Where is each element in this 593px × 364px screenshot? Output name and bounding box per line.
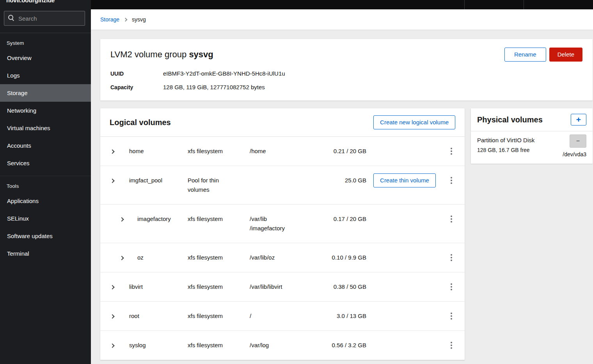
search-icon	[8, 15, 14, 21]
kebab-menu-icon[interactable]	[447, 147, 455, 156]
physical-volumes-title: Physical volumes	[477, 115, 543, 124]
physical-volume-row: Partition of VirtIO Disk 128 GB, 16.7 GB…	[471, 131, 593, 164]
expand-chevron-icon[interactable]	[119, 217, 124, 221]
topbar-divider	[524, 0, 524, 9]
breadcrumb-storage-link[interactable]: Storage	[100, 16, 119, 23]
sidebar-item-selinux[interactable]: SELinux	[0, 210, 91, 227]
lv-mount-point: ​/var​/lib​/libvirt	[250, 282, 300, 292]
top-bar	[91, 0, 593, 9]
lv-type: xfs filesystem	[188, 253, 250, 262]
lv-type: xfs filesystem	[188, 282, 250, 292]
logical-volumes-table: home xfs filesystem ​/home 0.21 / 20 GB …	[100, 137, 465, 360]
lv-name: home	[129, 147, 188, 156]
lv-type: xfs filesystem	[188, 214, 250, 224]
plus-icon: +	[576, 115, 581, 124]
sidebar-item-software-updates[interactable]: Software updates	[0, 227, 91, 245]
kebab-menu-icon[interactable]	[447, 282, 455, 292]
lv-usage: 0.21 / 20 GB	[300, 147, 366, 156]
expand-chevron-icon[interactable]	[110, 285, 114, 289]
delete-button[interactable]: Delete	[549, 48, 582, 62]
uuid-value: eIBMF3-Y2dT-omkE-GB8I-YNHD-5Hc8-iUlU1u	[163, 70, 285, 77]
sidebar: novii.oourginzide System Overview Logs S…	[0, 0, 91, 364]
physical-volumes-card: Physical volumes + Partition of VirtIO D…	[471, 108, 593, 164]
table-row[interactable]: syslog xfs filesystem ​/var​/log 0.56 / …	[100, 331, 465, 360]
lv-mount-point: ​/var​/lib​/imagefactory	[250, 214, 300, 233]
lv-name: syslog	[129, 341, 188, 350]
sidebar-item-overview[interactable]: Overview	[0, 49, 91, 67]
kebab-menu-icon[interactable]	[447, 214, 455, 224]
table-row[interactable]: imagefactory xfs filesystem ​/var​/lib​/…	[100, 205, 465, 243]
expand-chevron-icon[interactable]	[110, 343, 114, 348]
expand-chevron-icon[interactable]	[110, 149, 114, 154]
sidebar-item-virtual-machines[interactable]: Virtual machines	[0, 119, 91, 137]
volume-group-card: LVM2 volume group sysvg Rename Delete UU…	[100, 39, 593, 101]
expand-chevron-icon[interactable]	[119, 256, 124, 260]
sidebar-item-terminal[interactable]: Terminal	[0, 245, 91, 262]
expand-chevron-icon[interactable]	[110, 314, 114, 318]
sidebar-item-storage[interactable]: Storage	[0, 84, 91, 102]
lv-name: oz	[129, 253, 188, 262]
lv-type: Pool for thin volumes	[188, 176, 250, 194]
create-thin-volume-button[interactable]: Create thin volume	[373, 173, 436, 187]
lv-type: xfs filesystem	[188, 341, 250, 350]
kebab-menu-icon[interactable]	[447, 253, 455, 262]
lv-type: xfs filesystem	[188, 311, 250, 321]
table-row[interactable]: oz xfs filesystem ​/var​/lib​/oz 0.10 / …	[100, 243, 465, 272]
uuid-label: UUID	[110, 70, 163, 77]
lv-name: imgfact_pool	[129, 176, 188, 185]
chevron-right-icon	[124, 18, 128, 21]
table-row[interactable]: home xfs filesystem ​/home 0.21 / 20 GB	[100, 137, 465, 166]
volume-group-name: sysvg	[189, 49, 213, 59]
remove-physical-volume-button[interactable]: −	[570, 134, 586, 148]
expand-chevron-icon[interactable]	[110, 178, 114, 183]
rename-button[interactable]: Rename	[504, 48, 546, 62]
topbar-divider	[464, 0, 465, 9]
main-content: LVM2 volume group sysvg Rename Delete UU…	[91, 30, 593, 364]
hostname: novii.oourginzide	[0, 0, 91, 5]
sidebar-item-accounts[interactable]: Accounts	[0, 137, 91, 154]
lv-usage: 25.0 GB	[300, 176, 366, 185]
sidebar-item-applications[interactable]: Applications	[0, 192, 91, 210]
lv-usage: 0.38 / 50 GB	[300, 282, 366, 292]
lv-usage: 0.17 / 20 GB	[300, 214, 366, 224]
kebab-menu-icon[interactable]	[447, 341, 455, 350]
nav-section: System Overview Logs Storage Networking …	[0, 33, 91, 172]
lv-mount-point: ​/	[250, 311, 300, 321]
sidebar-item-services[interactable]: Services	[0, 154, 91, 172]
table-row[interactable]: root xfs filesystem ​/ 3.0 / 13 GB	[100, 302, 465, 331]
breadcrumb: Storage sysvg	[91, 9, 593, 30]
lv-name: imagefactory	[129, 214, 188, 224]
physical-volume-device: /dev/vda3	[563, 151, 586, 157]
add-physical-volume-button[interactable]: +	[571, 114, 586, 125]
breadcrumb-current: sysvg	[132, 16, 146, 23]
nav-section: Tools Applications SELinux Software upda…	[0, 176, 91, 262]
lv-name: root	[129, 311, 188, 321]
kebab-menu-icon[interactable]	[447, 176, 455, 185]
capacity-label: Capacity	[110, 84, 163, 90]
kebab-menu-icon[interactable]	[447, 311, 455, 321]
nav-section-label: System	[0, 33, 91, 49]
lv-usage: 0.56 / 3.2 GB	[300, 341, 366, 350]
sidebar-nav: System Overview Logs Storage Networking …	[0, 33, 91, 262]
lv-usage: 3.0 / 13 GB	[300, 311, 366, 321]
logical-volumes-card: Logical volumes Create new logical volum…	[100, 108, 465, 360]
table-row[interactable]: libvirt xfs filesystem ​/var​/lib​/libvi…	[100, 272, 465, 302]
capacity-value: 128 GB, 119 GiB, 127771082752 bytes	[163, 84, 265, 90]
minus-icon: −	[576, 138, 580, 144]
uuid-row: UUID eIBMF3-Y2dT-omkE-GB8I-YNHD-5Hc8-iUl…	[110, 70, 582, 77]
sidebar-item-logs[interactable]: Logs	[0, 67, 91, 84]
lv-name: libvirt	[129, 282, 188, 292]
page-title: LVM2 volume group sysvg	[110, 49, 213, 60]
physical-volume-detail: 128 GB, 16.7 GB free	[477, 147, 534, 153]
logical-volumes-title: Logical volumes	[110, 118, 171, 127]
sidebar-item-networking[interactable]: Networking	[0, 102, 91, 119]
lv-mount-point: ​/var​/lib​/oz	[250, 253, 300, 262]
lv-mount-point: ​/home	[250, 147, 300, 156]
capacity-row: Capacity 128 GB, 119 GiB, 127771082752 b…	[110, 84, 582, 90]
nav-section-label: Tools	[0, 176, 91, 192]
lv-usage: 0.10 / 9.9 GB	[300, 253, 366, 262]
table-row[interactable]: imgfact_pool Pool for thin volumes 25.0 …	[100, 166, 465, 205]
lv-type: xfs filesystem	[188, 147, 250, 156]
create-logical-volume-button[interactable]: Create new logical volume	[373, 115, 455, 129]
search-input[interactable]	[4, 11, 85, 26]
